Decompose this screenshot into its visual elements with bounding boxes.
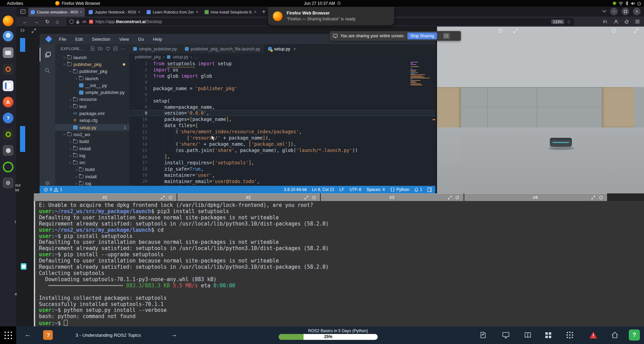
files-dock-icon[interactable] bbox=[3, 47, 13, 58]
menu-icon[interactable] bbox=[635, 20, 640, 23]
editor-tab[interactable]: publisher_pkg_launch_file.launch.py bbox=[181, 44, 265, 54]
terminal-expand-icon[interactable] bbox=[448, 195, 452, 200]
tree-item-resource[interactable]: ›resource bbox=[55, 96, 129, 103]
terminal-tab-2[interactable]: #2 bbox=[177, 193, 320, 201]
terminal[interactable]: E: Unable to acquire the dpkg frontend l… bbox=[34, 201, 644, 326]
status-item[interactable]: Ln 9, Col 21 bbox=[312, 187, 334, 192]
terminal-tab-3[interactable]: #3 bbox=[321, 193, 464, 201]
ros-logo-icon[interactable] bbox=[565, 331, 574, 340]
terminal-tab-4[interactable]: #4 bbox=[464, 193, 607, 201]
terminal-expand-icon[interactable] bbox=[591, 195, 595, 200]
tree-item-package-xml[interactable]: <>package.xml bbox=[55, 110, 129, 117]
gazebo-robot[interactable] bbox=[550, 138, 572, 149]
help-button[interactable]: ? bbox=[629, 329, 640, 341]
writer-dock-icon[interactable] bbox=[3, 80, 13, 91]
screenshot-dock-icon[interactable] bbox=[3, 145, 13, 156]
right-pane-refresh-icon[interactable] bbox=[611, 28, 616, 33]
library-icon[interactable] bbox=[603, 19, 608, 24]
tree-item-src[interactable]: ›src bbox=[55, 159, 129, 166]
search-icon[interactable] bbox=[40, 64, 55, 77]
show-applications-button[interactable] bbox=[0, 326, 16, 344]
tab-close-icon[interactable]: × bbox=[80, 10, 82, 15]
status-item[interactable]: Spaces: 4 bbox=[366, 187, 385, 192]
new-tab-button[interactable]: + bbox=[262, 9, 265, 15]
apps-grid-icon[interactable] bbox=[544, 331, 553, 340]
tab-close-icon[interactable]: × bbox=[196, 10, 198, 15]
settings-dock-icon[interactable]: ⚙ bbox=[3, 178, 13, 188]
chromium-dock-icon[interactable] bbox=[3, 31, 13, 41]
focused-app-indicator[interactable]: Firefox Web Browser bbox=[55, 0, 100, 7]
ide-pane-chevrons-icon[interactable] bbox=[20, 28, 26, 32]
editor-tab[interactable]: setup.py× bbox=[264, 44, 300, 54]
explorer-icon[interactable] bbox=[40, 48, 55, 61]
collapse-folders-icon[interactable] bbox=[113, 46, 118, 51]
terminal-refresh-icon[interactable] bbox=[312, 195, 316, 200]
terminal-scrollbar[interactable] bbox=[34, 201, 35, 326]
account-icon[interactable] bbox=[614, 19, 618, 24]
tree-item-simple-publisher-py[interactable]: simple_publisher.py bbox=[55, 89, 129, 96]
new-file-icon[interactable] bbox=[90, 46, 95, 51]
breadcrumb[interactable]: publisher_pkg›setup.py›... bbox=[129, 54, 435, 60]
active-tool-icon[interactable] bbox=[43, 330, 53, 340]
right-pane-fullscreen-icon[interactable] bbox=[634, 28, 638, 33]
menu-help[interactable]: Help bbox=[153, 37, 162, 42]
more-actions-icon[interactable]: ··· bbox=[121, 46, 126, 51]
tab-close-icon[interactable]: × bbox=[254, 10, 256, 15]
tree-item-launch[interactable]: ›launch bbox=[55, 54, 129, 61]
browser-tab[interactable]: Jupyter Notebook - ROS2× bbox=[86, 8, 143, 17]
tree-item-publisher-pkg[interactable]: ›publisher_pkg bbox=[55, 68, 129, 75]
tree-item--init-py[interactable]: __init__.py bbox=[55, 82, 129, 89]
close-button[interactable]: × bbox=[633, 8, 641, 15]
tree-item-log[interactable]: ›log bbox=[55, 152, 129, 159]
next-lesson-arrow[interactable]: → bbox=[171, 331, 177, 338]
extensions-icon[interactable] bbox=[624, 19, 629, 24]
notebook-exam-icon[interactable] bbox=[478, 331, 487, 340]
terminal-refresh-icon[interactable] bbox=[168, 195, 172, 200]
jupyter-dock-icon[interactable] bbox=[3, 64, 13, 75]
system-tray[interactable] bbox=[613, 0, 641, 7]
back-button[interactable]: ← bbox=[22, 19, 28, 25]
terminal-expand-icon[interactable] bbox=[304, 195, 308, 200]
minimap[interactable] bbox=[410, 62, 430, 86]
warning-icon[interactable] bbox=[589, 331, 598, 340]
terminal-tab-1[interactable]: #1 bbox=[34, 193, 177, 201]
breadcrumb-item[interactable]: publisher_pkg bbox=[135, 55, 161, 59]
breadcrumb-item[interactable]: ... bbox=[195, 55, 198, 59]
reload-button[interactable]: ↻ bbox=[45, 19, 50, 25]
language-mode[interactable]: {}Python bbox=[390, 187, 409, 192]
status-item[interactable]: LF bbox=[339, 187, 344, 192]
tree-item-launch[interactable]: ›launch bbox=[55, 75, 129, 82]
problems-indicator[interactable]: 0 1 bbox=[44, 187, 62, 192]
editor-tab[interactable]: simple_publisher.py bbox=[129, 44, 181, 54]
forward-button[interactable]: → bbox=[34, 19, 39, 25]
terminal-refresh-icon[interactable] bbox=[455, 195, 459, 200]
activities-button[interactable]: Activities bbox=[7, 0, 23, 7]
tree-item-install[interactable]: ›install bbox=[55, 145, 129, 152]
home-button[interactable]: ⌂ bbox=[56, 19, 59, 25]
gazebo-simulation-view[interactable] bbox=[437, 27, 644, 193]
tree-item-publisher-pkg[interactable]: ›publisher_pkg bbox=[55, 61, 129, 68]
help-dock-icon[interactable]: ? bbox=[3, 113, 13, 123]
permissions-icon[interactable] bbox=[82, 20, 87, 23]
layout-icon[interactable] bbox=[427, 188, 432, 192]
bookmark-star-icon[interactable]: ☆ bbox=[567, 19, 571, 25]
tab-close-icon[interactable]: × bbox=[138, 10, 140, 15]
refresh-explorer-icon[interactable] bbox=[106, 46, 110, 51]
tree-item-setup-py[interactable]: setup.py1 bbox=[55, 124, 129, 131]
previous-lesson-arrow[interactable]: ← bbox=[24, 331, 31, 338]
menu-view[interactable]: View bbox=[119, 37, 129, 42]
gazebo-fullscreen-icon[interactable] bbox=[513, 28, 518, 33]
editor-tab-close-icon[interactable]: × bbox=[294, 47, 296, 51]
maximize-button[interactable] bbox=[622, 8, 629, 15]
firefox-dock-icon[interactable] bbox=[3, 16, 13, 26]
menu-selection[interactable]: Selection bbox=[92, 37, 110, 42]
terminal-expand-icon[interactable] bbox=[161, 195, 165, 200]
clock[interactable]: Jun 27 10:37 AM bbox=[304, 0, 341, 7]
lock-icon[interactable] bbox=[76, 20, 80, 24]
tree-item-install[interactable]: ›install bbox=[55, 173, 129, 180]
notification-toast[interactable]: Firefox Web Browser “Firefox — Sharing I… bbox=[268, 7, 395, 26]
zoom-level-badge[interactable]: 133% bbox=[551, 19, 564, 24]
share-minimize-button[interactable] bbox=[443, 33, 450, 39]
screen-share-indicator-icon[interactable] bbox=[89, 20, 93, 24]
tree-item-setup-cfg[interactable]: ⚙setup.cfg bbox=[55, 117, 129, 124]
